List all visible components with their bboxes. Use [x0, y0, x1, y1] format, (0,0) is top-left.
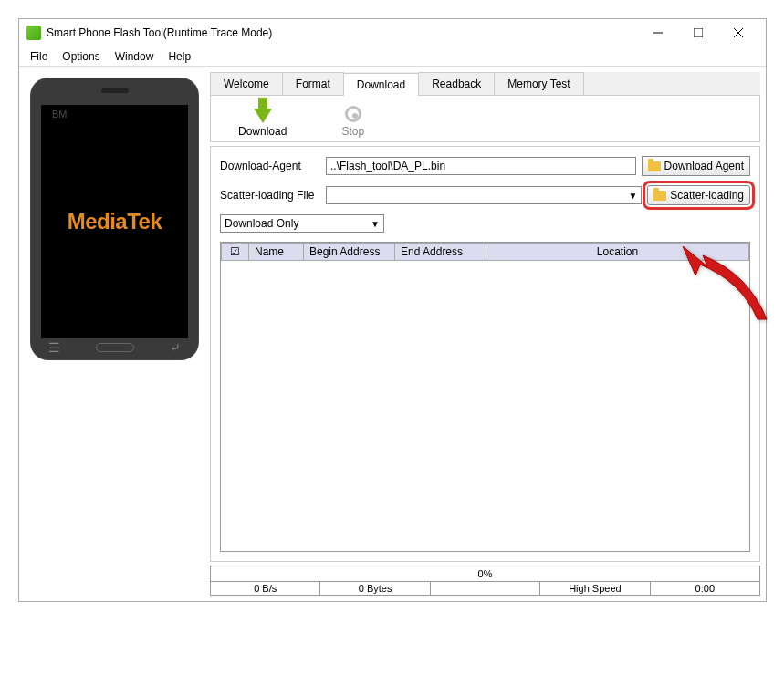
- col-name: Name: [249, 244, 304, 261]
- tab-download[interactable]: Download: [343, 73, 419, 96]
- menu-key-icon: ☰: [48, 340, 60, 355]
- mediatek-logo: MediaTek: [68, 209, 162, 234]
- menu-options[interactable]: Options: [55, 48, 107, 65]
- status-speed: High Speed: [540, 582, 650, 595]
- minimize-button[interactable]: [638, 20, 678, 46]
- scatter-file-input[interactable]: ▼: [326, 186, 642, 204]
- right-panel: Welcome Format Download Readback Memory …: [210, 72, 760, 596]
- phone-model: BM: [52, 109, 68, 119]
- download-agent-input[interactable]: [326, 157, 636, 175]
- tab-readback[interactable]: Readback: [418, 72, 495, 95]
- maximize-button[interactable]: [678, 20, 718, 46]
- left-panel: BM MediaTek ☰ ⤶: [25, 72, 203, 596]
- phone-buttons: ☰ ⤶: [30, 340, 199, 355]
- close-button[interactable]: [718, 20, 758, 46]
- partition-table[interactable]: ☑ Name Begin Address End Address Locatio…: [220, 242, 750, 552]
- col-end-address: End Address: [395, 244, 486, 261]
- stop-icon: [345, 106, 361, 122]
- col-check[interactable]: ☑: [222, 244, 249, 261]
- scatter-file-label: Scatter-loading File: [220, 189, 320, 202]
- app-icon: [26, 26, 41, 40]
- stop-button[interactable]: Stop: [341, 105, 364, 138]
- phone-screen: MediaTek: [41, 105, 188, 338]
- menu-window[interactable]: Window: [108, 48, 162, 65]
- mode-value: Download Only: [225, 217, 298, 230]
- folder-icon: [648, 161, 661, 171]
- col-location: Location: [486, 244, 749, 261]
- menu-file[interactable]: File: [23, 48, 55, 65]
- download-agent-button-label: Download Agent: [664, 160, 744, 172]
- tab-memory-test[interactable]: Memory Test: [494, 72, 583, 95]
- download-agent-label: Download-Agent: [220, 160, 320, 172]
- progress-bar: 0%: [210, 566, 760, 582]
- back-key-icon: ⤶: [170, 340, 181, 355]
- tab-bar: Welcome Format Download Readback Memory …: [210, 72, 760, 96]
- minimize-icon: [653, 28, 663, 37]
- maximize-icon: [694, 28, 703, 37]
- status-rate: 0 B/s: [211, 582, 320, 595]
- chevron-down-icon: ▼: [371, 219, 380, 229]
- chevron-down-icon: ▼: [628, 191, 637, 201]
- status-elapsed: 0:00: [651, 582, 759, 595]
- status-empty: [431, 582, 540, 595]
- toolbar: Download Stop: [210, 96, 760, 142]
- scatter-loading-browse-button[interactable]: Scatter-loading: [647, 185, 750, 205]
- download-arrow-icon: [254, 109, 272, 123]
- scatter-loading-button-label: Scatter-loading: [670, 189, 744, 202]
- status-bytes: 0 Bytes: [320, 582, 430, 595]
- col-begin-address: Begin Address: [304, 244, 395, 261]
- window-title: Smart Phone Flash Tool(Runtime Trace Mod…: [47, 26, 638, 39]
- status-row: 0 B/s 0 Bytes High Speed 0:00: [210, 582, 760, 596]
- menu-bar: File Options Window Help: [19, 47, 766, 67]
- table-header-row: ☑ Name Begin Address End Address Locatio…: [222, 244, 749, 261]
- tab-format[interactable]: Format: [282, 72, 344, 95]
- home-key-icon: [96, 343, 134, 352]
- menu-help[interactable]: Help: [161, 48, 198, 65]
- close-icon: [734, 28, 743, 37]
- phone-image: BM MediaTek ☰ ⤶: [30, 78, 199, 360]
- folder-icon: [653, 191, 666, 201]
- form-area: Download-Agent Download Agent Scatter-lo…: [210, 146, 760, 562]
- phone-speaker-icon: [101, 88, 129, 93]
- download-agent-browse-button[interactable]: Download Agent: [642, 156, 750, 176]
- svg-rect-1: [694, 28, 703, 37]
- download-label: Download: [238, 125, 287, 138]
- stop-label: Stop: [341, 125, 364, 138]
- tab-welcome[interactable]: Welcome: [210, 72, 283, 95]
- download-button[interactable]: Download: [238, 105, 287, 138]
- title-bar: Smart Phone Flash Tool(Runtime Trace Mod…: [19, 19, 766, 47]
- main-window: Smart Phone Flash Tool(Runtime Trace Mod…: [18, 18, 767, 602]
- status-area: 0% 0 B/s 0 Bytes High Speed 0:00: [210, 566, 760, 596]
- mode-dropdown[interactable]: Download Only ▼: [220, 214, 384, 233]
